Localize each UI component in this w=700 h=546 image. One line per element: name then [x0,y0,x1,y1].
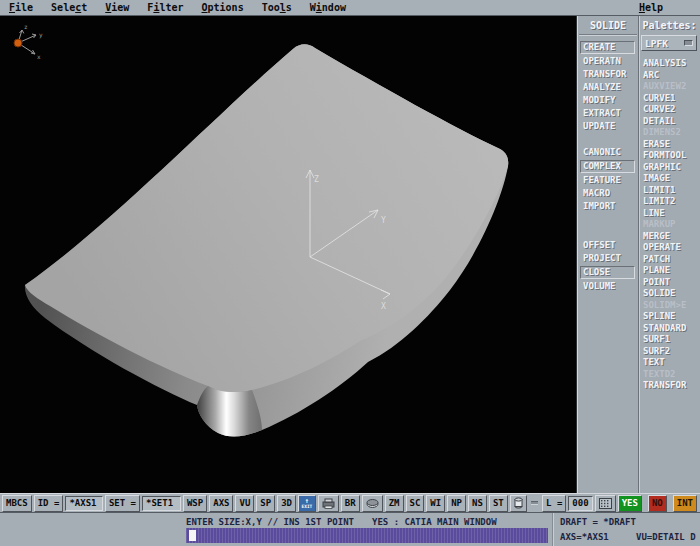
palette-selector-lpfk[interactable]: LPFK [641,35,697,51]
palette-item-dimens2: DIMENS2 [639,127,700,139]
mini-axis-label-y: y [39,31,43,39]
id-value-field[interactable]: *AXS1 [65,496,103,511]
solide-item-create[interactable]: CREATE [580,41,635,54]
palette-item-plane[interactable]: PLANE [639,265,700,277]
solide-item-analyze[interactable]: ANALYZE [578,81,635,94]
axis-label-y: Y [381,216,386,225]
np-button[interactable]: NP [447,495,466,512]
mini-axis-label-x: x [37,53,41,60]
spacer [578,213,638,226]
solide-item-offset[interactable]: OFFSET [578,239,635,252]
menu-bar: File Select View Filter Options Tools Wi… [0,0,700,16]
palette-item-operate[interactable]: OPERATE [639,242,700,254]
palette-item-curve1[interactable]: CURVE1 [639,93,700,105]
yes-button[interactable]: YES [618,495,642,512]
id-label-button[interactable]: ID = [34,495,64,512]
vu-button[interactable]: VU [235,495,254,512]
palette-item-standard[interactable]: STANDARD [639,323,700,335]
menu-window[interactable]: Window [301,2,355,13]
palette-item-patch[interactable]: PATCH [639,254,700,266]
palette-item-erase[interactable]: ERASE [639,139,700,151]
status-area: ENTER SIZE:X,Y // INS 1ST POINT YES : CA… [0,513,700,546]
palette-item-surf1[interactable]: SURF1 [639,334,700,346]
solide-item-project[interactable]: PROJECT [578,252,635,265]
sp-button[interactable]: SP [256,495,275,512]
solide-item-macro[interactable]: MACRO [578,187,635,200]
text-cursor [189,530,196,541]
ns-button[interactable]: NS [468,495,487,512]
palette-item-line[interactable]: LINE [639,208,700,220]
grid-icon [599,498,612,509]
3d-button[interactable]: 3D [277,495,296,512]
solide-item-complex[interactable]: COMPLEX [580,160,635,173]
menu-view[interactable]: View [96,2,138,13]
menu-file[interactable]: File [0,2,42,13]
palette-item-analysis[interactable]: ANALYSIS [639,58,700,70]
wsp-button[interactable]: WSP [183,495,207,512]
palette-item-graphic[interactable]: GRAPHIC [639,162,700,174]
prompt-message: ENTER SIZE:X,Y // INS 1ST POINT [186,517,354,527]
command-input[interactable] [186,528,548,543]
exit-button[interactable]: ↑ EXIT [298,495,316,512]
model-corner-highlight [197,386,262,437]
solide-item-volume[interactable]: VOLUME [578,280,635,293]
solide-item-operatn[interactable]: OPERATN [578,55,635,68]
printer-icon [322,498,335,509]
palette-item-solide[interactable]: SOLIDE [639,288,700,300]
solide-item-canonic[interactable]: CANONIC [578,146,635,159]
menu-help[interactable]: Help [630,2,672,13]
palette-item-formtool[interactable]: FORMTOOL [639,150,700,162]
solide-item-extract[interactable]: EXTRACT [578,107,635,120]
layer-value-field[interactable]: 000 [568,496,592,511]
palette-item-merge[interactable]: MERGE [639,231,700,243]
palette-item-text[interactable]: TEXT [639,357,700,369]
solide-item-close[interactable]: CLOSE [580,266,635,279]
palette-item-curve2[interactable]: CURVE2 [639,104,700,116]
palette-item-image[interactable]: IMAGE [639,173,700,185]
mini-axis-label-z: z [24,23,28,30]
bottom-toolbar: MBCS ID = *AXS1 SET = *SET1 WSP AXS VU S… [0,493,700,513]
layer-label-button[interactable]: L = [542,495,566,512]
palette-item-arc[interactable]: ARC [639,70,700,82]
palette-item-limit1[interactable]: LIMIT1 [639,185,700,197]
solide-item-transfor[interactable]: TRANSFOR [578,68,635,81]
eraser-button[interactable] [362,495,383,512]
layer-cylinder-button[interactable] [510,495,527,512]
solide-item-update[interactable]: UPDATE [578,120,635,133]
solide-item-import[interactable]: IMPORT [578,200,635,213]
solide-panel-title: SOLIDE [578,16,638,34]
spacer [578,133,638,146]
divider [579,34,637,36]
palette-item-limit2[interactable]: LIMIT2 [639,196,700,208]
palette-item-spline[interactable]: SPLINE [639,311,700,323]
grid-button[interactable] [595,495,616,512]
br-button[interactable]: BR [341,495,360,512]
viewport-3d[interactable]: Z Y X z y x [0,16,577,493]
menu-select[interactable]: Select [42,2,96,13]
set-value-field[interactable]: *SET1 [142,496,181,511]
palettes-panel: Palettes: LPFK ANALYSIS ARC AUXVIEW2 CUR… [638,16,700,493]
int-button[interactable]: INT [673,495,697,512]
no-button[interactable]: NO [648,495,667,512]
set-label-button[interactable]: SET = [105,495,140,512]
solide-item-modify[interactable]: MODIFY [578,94,635,107]
menu-options[interactable]: Options [193,2,253,13]
spacer [578,226,638,239]
wi-button[interactable]: WI [426,495,445,512]
print-button[interactable] [318,495,339,512]
st-button[interactable]: ST [489,495,508,512]
status-divider [552,513,554,546]
palette-item-transfor[interactable]: TRANSFOR [639,380,700,392]
mbcs-button[interactable]: MBCS [2,495,32,512]
palette-selector-label: LPFK [645,38,668,49]
palette-item-point[interactable]: POINT [639,277,700,289]
palette-item-detail[interactable]: DETAIL [639,116,700,128]
menu-filter[interactable]: Filter [138,2,192,13]
palette-item-surf2[interactable]: SURF2 [639,346,700,358]
menu-tools[interactable]: Tools [253,2,301,13]
zm-button[interactable]: ZM [385,495,404,512]
solide-item-feature[interactable]: FEATURE [578,174,635,187]
axs-button[interactable]: AXS [209,495,233,512]
dash-separator [531,501,538,505]
sc-button[interactable]: SC [406,495,425,512]
